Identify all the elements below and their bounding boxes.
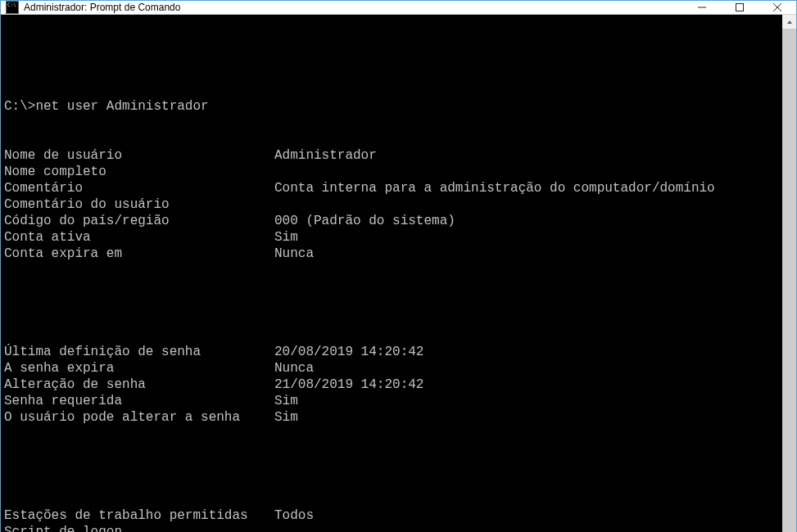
- output-row: Alteração de senha21/08/2019 14:20:42: [4, 376, 781, 393]
- output-block-3: Estações de trabalho permitidasTodosScri…: [4, 507, 781, 532]
- output-label: Alteração de senha: [4, 376, 274, 393]
- output-label: Última definição de senha: [4, 344, 274, 360]
- output-row: Última definição de senha20/08/2019 14:2…: [4, 344, 781, 360]
- output-value: Nunca: [274, 361, 314, 376]
- output-value: 21/08/2019 14:20:42: [274, 377, 423, 392]
- output-label: Conta expira em: [4, 246, 274, 262]
- output-value: Todos: [274, 508, 314, 523]
- titlebar[interactable]: Administrador: Prompt de Comando: [1, 1, 796, 15]
- cmd-app-icon: [6, 1, 19, 14]
- output-label: Comentário: [4, 180, 274, 196]
- scroll-thumb[interactable]: [782, 29, 796, 532]
- titlebar-left: Administrador: Prompt de Comando: [1, 1, 683, 14]
- output-value: 20/08/2019 14:20:42: [274, 345, 423, 359]
- output-block-2: Última definição de senha20/08/2019 14:2…: [4, 344, 781, 426]
- maximize-button[interactable]: [721, 1, 759, 14]
- blank-line: [4, 295, 781, 311]
- output-label: O usuário pode alterar a senha: [4, 409, 274, 426]
- scroll-up-button[interactable]: [782, 15, 796, 29]
- chevron-up-icon: [786, 19, 793, 25]
- output-value: Sim: [274, 394, 298, 408]
- output-label: Senha requerida: [4, 393, 274, 409]
- output-label: Nome de usuário: [4, 147, 274, 164]
- output-label: Script de logon: [4, 524, 274, 532]
- window-controls: [683, 1, 796, 14]
- output-value: Conta interna para a administração do co…: [274, 181, 715, 196]
- output-label: Estações de trabalho permitidas: [4, 507, 274, 524]
- output-row: O usuário pode alterar a senhaSim: [4, 409, 781, 426]
- close-icon: [773, 3, 781, 11]
- output-row: Conta ativaSim: [4, 229, 781, 246]
- blank-line: [4, 49, 781, 65]
- output-block-1: Nome de usuárioAdministradorNome complet…: [4, 147, 781, 262]
- output-row: Comentário do usuário: [4, 196, 781, 213]
- maximize-icon: [736, 3, 744, 11]
- output-label: Conta ativa: [4, 229, 274, 246]
- output-value: Sim: [274, 410, 298, 425]
- scroll-track[interactable]: [782, 29, 796, 532]
- output-row: Estações de trabalho permitidasTodos: [4, 507, 781, 524]
- output-row: ComentárioConta interna para a administr…: [4, 180, 781, 196]
- output-row: Código do país/região000 (Padrão do sist…: [4, 213, 781, 229]
- output-label: Comentário do usuário: [4, 196, 274, 213]
- terminal-output[interactable]: C:\>net user Administrador Nome de usuár…: [1, 15, 782, 532]
- output-row: A senha expiraNunca: [4, 360, 781, 376]
- output-value: Administrador: [274, 148, 377, 163]
- output-row: Nome de usuárioAdministrador: [4, 147, 781, 164]
- svg-marker-4: [787, 20, 792, 24]
- output-row: Senha requeridaSim: [4, 393, 781, 409]
- output-label: Nome completo: [4, 164, 274, 180]
- vertical-scrollbar[interactable]: [782, 15, 796, 532]
- output-value: 000 (Padrão do sistema): [274, 214, 455, 228]
- close-button[interactable]: [759, 1, 796, 14]
- output-label: Código do país/região: [4, 213, 274, 229]
- client-area: C:\>net user Administrador Nome de usuár…: [1, 15, 796, 532]
- typed-command: net user Administrador: [35, 99, 208, 114]
- command-prompt-window: Administrador: Prompt de Comando C:\>net…: [0, 0, 797, 532]
- output-value: Nunca: [274, 246, 314, 261]
- prompt: C:\>: [4, 99, 35, 114]
- svg-rect-1: [736, 4, 744, 11]
- minimize-button[interactable]: [683, 1, 721, 14]
- minimize-icon: [698, 3, 706, 11]
- output-label: A senha expira: [4, 360, 274, 376]
- output-value: Sim: [274, 230, 298, 245]
- blank-line: [4, 458, 781, 475]
- output-row: Nome completo: [4, 164, 781, 180]
- output-row: Conta expira emNunca: [4, 246, 781, 262]
- window-title: Administrador: Prompt de Comando: [24, 2, 180, 13]
- output-row: Script de logon: [4, 524, 781, 532]
- command-line: C:\>net user Administrador: [4, 98, 781, 115]
